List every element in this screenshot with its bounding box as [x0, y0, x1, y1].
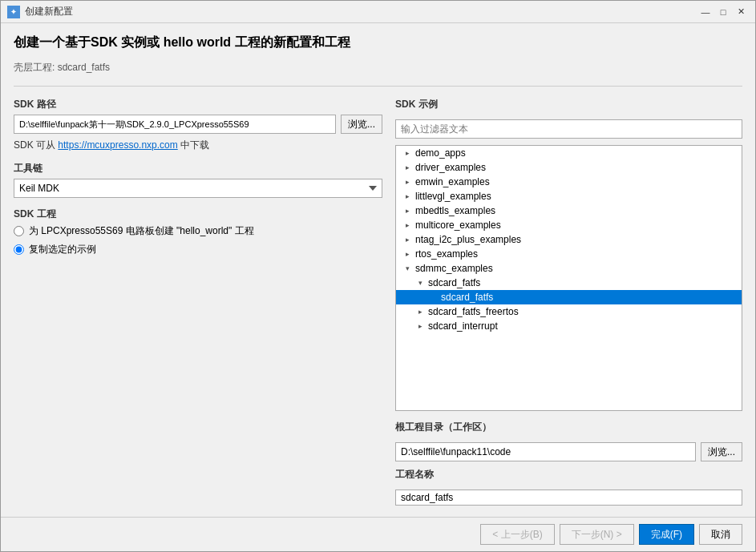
sdk-note: SDK 可从 https://mcuxpresso.nxp.com 中下载: [14, 139, 382, 152]
tree-arrow: ▸: [402, 178, 412, 186]
tree-item-label: sdmmc_examples: [415, 263, 493, 274]
sdk-path-label: SDK 路径: [14, 98, 382, 111]
toolchain-label: 工具链: [14, 162, 382, 175]
tree-arrow: ▸: [415, 308, 425, 316]
tree-arrow: ▸: [402, 236, 412, 244]
tree-item-demo_apps[interactable]: ▸demo_apps: [396, 146, 742, 160]
sdk-note-suffix: 中下载: [180, 139, 209, 151]
tree-item-label: sdcard_fatfs: [428, 277, 480, 288]
tree-item-label: sdcard_fatfs: [441, 292, 493, 303]
radio-hello-world[interactable]: 为 LPCXpresso55S69 电路板创建 "hello_world" 工程: [14, 224, 382, 238]
sdk-link[interactable]: https://mcuxpresso.nxp.com: [58, 139, 177, 151]
sdk-project-group: SDK 工程 为 LPCXpresso55S69 电路板创建 "hello_wo…: [14, 208, 382, 256]
tree-item-littlevgl_examples[interactable]: ▸littlevgl_examples: [396, 189, 742, 203]
radio-hello-world-label: 为 LPCXpresso55S69 电路板创建 "hello_world" 工程: [29, 224, 254, 238]
back-button[interactable]: < 上一步(B): [480, 524, 554, 545]
tree-item-label: rtos_examples: [415, 248, 478, 260]
window-title: 创建新配置: [25, 5, 73, 18]
toolchain-group: 工具链 Keil MDK IAR GCC: [14, 162, 382, 198]
main-window: ✦ 创建新配置 — □ ✕ 创建一个基于SDK 实例或 hello world …: [0, 0, 756, 552]
tree-item-emwin_examples[interactable]: ▸emwin_examples: [396, 175, 742, 189]
tree-item-sdcard_fatfs_leaf[interactable]: sdcard_fatfs: [396, 290, 742, 304]
root-dir-browse-button[interactable]: 浏览...: [701, 442, 742, 461]
project-name-label: 工程名称: [395, 468, 742, 481]
tree-item-label: littlevgl_examples: [415, 191, 491, 202]
sdk-note-prefix: SDK 可从: [14, 139, 55, 151]
right-panel: SDK 示例 ▸demo_apps▸driver_examples▸emwin_…: [395, 98, 742, 506]
sdk-project-label: SDK 工程: [14, 208, 382, 221]
radio-copy-example-label: 复制选定的示例: [29, 243, 96, 256]
maximize-button[interactable]: □: [715, 5, 731, 19]
project-name-input[interactable]: [395, 490, 742, 506]
tree-arrow: ▸: [402, 250, 412, 258]
radio-group: 为 LPCXpresso55S69 电路板创建 "hello_world" 工程…: [14, 224, 382, 256]
toolchain-select[interactable]: Keil MDK IAR GCC: [14, 179, 382, 198]
tree-item-multicore_examples[interactable]: ▸multicore_examples: [396, 218, 742, 232]
tree-item-mbedtls_examples[interactable]: ▸mbedtls_examples: [396, 203, 742, 218]
root-dir-input[interactable]: [395, 442, 696, 461]
tree-item-sdcard_fatfs_freertos[interactable]: ▸sdcard_fatfs_freertos: [396, 304, 742, 319]
left-panel: SDK 路径 浏览... SDK 可从 https://mcuxpresso.n…: [14, 98, 382, 506]
tree-arrow: ▸: [402, 221, 412, 229]
tree-item-rtos_examples[interactable]: ▸rtos_examples: [396, 247, 742, 261]
tree-arrow: ▸: [402, 207, 412, 215]
filter-input[interactable]: [395, 119, 742, 139]
tree-arrow: ▸: [402, 149, 412, 157]
tree-item-label: driver_examples: [415, 162, 486, 173]
tree-item-sdmmc_examples[interactable]: ▾sdmmc_examples: [396, 261, 742, 276]
tree-arrow: ▾: [402, 264, 412, 272]
tree-item-label: multicore_examples: [415, 220, 501, 231]
cancel-button[interactable]: 取消: [699, 524, 742, 545]
sdk-path-input[interactable]: [14, 115, 336, 134]
bottom-fields: 根工程目录（工作区） 浏览... 工程名称: [395, 421, 742, 506]
tree-item-label: sdcard_fatfs_freertos: [428, 306, 519, 317]
root-dir-label: 根工程目录（工作区）: [395, 421, 742, 434]
minimize-button[interactable]: —: [697, 5, 714, 19]
radio-copy-example[interactable]: 复制选定的示例: [14, 243, 382, 256]
next-button[interactable]: 下一步(N) >: [560, 524, 634, 545]
sdk-path-row: 浏览...: [14, 115, 382, 134]
tree-item-ntag_i2c_plus_examples[interactable]: ▸ntag_i2c_plus_examples: [396, 232, 742, 247]
tree-arrow: ▾: [415, 279, 425, 287]
tree-container[interactable]: ▸demo_apps▸driver_examples▸emwin_example…: [395, 145, 742, 411]
sdk-path-group: SDK 路径 浏览... SDK 可从 https://mcuxpresso.n…: [14, 98, 382, 152]
window-icon: ✦: [7, 6, 20, 18]
tree-item-label: mbedtls_examples: [415, 205, 495, 216]
tree-item-label: ntag_i2c_plus_examples: [415, 234, 521, 245]
finish-button[interactable]: 完成(F): [639, 524, 694, 545]
tree-item-sdcard_fatfs_parent[interactable]: ▾sdcard_fatfs: [396, 276, 742, 290]
radio-copy-example-input[interactable]: [14, 244, 24, 255]
content-area: 创建一个基于SDK 实例或 hello world 工程的新配置和工程 壳层工程…: [1, 23, 755, 517]
toolchain-row: Keil MDK IAR GCC: [14, 179, 382, 198]
subtitle: 壳层工程: sdcard_fatfs: [14, 61, 742, 75]
tree-item-label: sdcard_interrupt: [428, 320, 498, 332]
title-bar: ✦ 创建新配置 — □ ✕: [1, 1, 755, 23]
sdk-browse-button[interactable]: 浏览...: [341, 115, 382, 134]
radio-hello-world-input[interactable]: [14, 226, 24, 236]
footer: < 上一步(B) 下一步(N) > 完成(F) 取消: [1, 517, 755, 551]
divider: [14, 86, 742, 87]
title-bar-controls: — □ ✕: [697, 5, 749, 19]
two-column-layout: SDK 路径 浏览... SDK 可从 https://mcuxpresso.n…: [14, 98, 742, 506]
title-bar-left: ✦ 创建新配置: [7, 5, 73, 18]
tree-item-label: demo_apps: [415, 147, 466, 159]
root-dir-row: 浏览...: [395, 442, 742, 461]
tree-arrow: ▸: [415, 322, 425, 330]
sdk-examples-label: SDK 示例: [395, 98, 742, 111]
tree-arrow: ▸: [402, 192, 412, 200]
close-button[interactable]: ✕: [733, 5, 749, 19]
tree-item-sdcard_interrupt[interactable]: ▸sdcard_interrupt: [396, 319, 742, 333]
tree-item-label: emwin_examples: [415, 176, 490, 187]
main-title: 创建一个基于SDK 实例或 hello world 工程的新配置和工程: [14, 34, 742, 51]
tree-item-driver_examples[interactable]: ▸driver_examples: [396, 160, 742, 175]
tree-arrow: ▸: [402, 163, 412, 171]
